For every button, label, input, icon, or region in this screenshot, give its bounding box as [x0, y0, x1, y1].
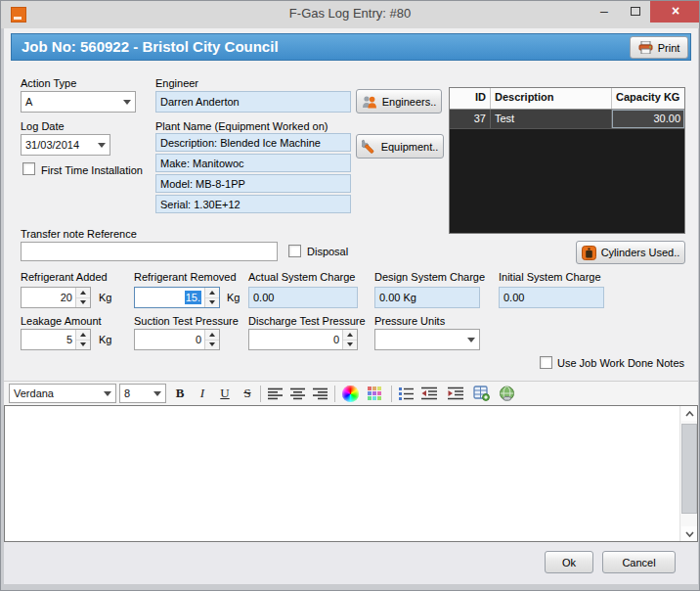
- maximize-button[interactable]: [621, 1, 650, 23]
- color-wheel-icon: [342, 386, 359, 402]
- spin-down-icon[interactable]: [76, 298, 90, 308]
- table-row[interactable]: 37 Test 30.00: [450, 110, 684, 129]
- toolbar-separator: [334, 386, 335, 402]
- cylinders-table[interactable]: ID Description Capacity KG 37 Test 30.00: [449, 87, 685, 234]
- transfer-note-label: Transfer note Reference: [21, 228, 137, 240]
- log-date-picker[interactable]: 31/03/2014: [21, 134, 110, 156]
- insert-table-button[interactable]: [470, 384, 492, 403]
- job-title: Job No: 560922 - Bristol City Council: [22, 38, 279, 55]
- chevron-down-icon[interactable]: [119, 100, 135, 105]
- col-id[interactable]: ID: [450, 88, 491, 109]
- scrollbar-thumb[interactable]: [681, 424, 697, 514]
- cancel-button[interactable]: Cancel: [602, 551, 676, 573]
- spin-up-icon[interactable]: [205, 288, 219, 298]
- design-system-charge-label: Design System Charge: [374, 271, 485, 283]
- refrigerant-removed-spinner[interactable]: 15.: [134, 287, 220, 308]
- pressure-units-label: Pressure Units: [374, 315, 445, 327]
- refrigerant-added-unit: Kg: [99, 292, 111, 303]
- print-label: Print: [658, 42, 680, 54]
- bold-button[interactable]: B: [169, 384, 191, 403]
- highlight-color-button[interactable]: [364, 384, 385, 403]
- plant-model-value: Model: MB-8-1PP: [160, 178, 245, 190]
- scroll-down-button[interactable]: [681, 526, 697, 541]
- indent-increase-button[interactable]: [445, 384, 466, 403]
- chevron-down-icon[interactable]: [463, 338, 479, 342]
- app-icon: [11, 7, 26, 23]
- cylinders-used-button[interactable]: Cylinders Used..: [576, 241, 685, 264]
- italic-button[interactable]: I: [192, 384, 213, 403]
- font-family-select[interactable]: Verdana: [9, 384, 116, 403]
- title-bar[interactable]: F-Gas Log Entry: #80 – ×: [1, 1, 699, 28]
- chevron-down-icon[interactable]: [150, 391, 165, 396]
- align-right-button[interactable]: [310, 384, 331, 403]
- engineer-field[interactable]: Darren Anderton: [155, 91, 351, 113]
- scroll-up-button[interactable]: [681, 406, 697, 421]
- transfer-note-input[interactable]: [21, 242, 278, 261]
- chevron-down-icon[interactable]: [100, 391, 115, 396]
- equipment-button-label: Equipment..: [381, 141, 439, 153]
- cell-capacity: 30.00: [612, 110, 684, 128]
- leakage-amount-spinner[interactable]: 5: [21, 329, 91, 350]
- spin-up-icon[interactable]: [343, 330, 357, 341]
- suction-test-pressure-label: Suction Test Pressure: [134, 315, 239, 327]
- notes-editor[interactable]: [4, 405, 698, 542]
- chevron-down-icon[interactable]: [94, 143, 109, 148]
- first-time-installation-checkbox[interactable]: [22, 162, 35, 175]
- insert-link-button[interactable]: [496, 384, 517, 403]
- spin-down-icon[interactable]: [76, 341, 90, 350]
- underline-button[interactable]: U: [214, 384, 236, 403]
- minimize-button[interactable]: –: [590, 1, 619, 23]
- font-color-button[interactable]: [339, 384, 361, 403]
- pressure-units-select[interactable]: [374, 329, 480, 350]
- cancel-label: Cancel: [622, 557, 655, 568]
- spin-down-icon[interactable]: [205, 298, 219, 308]
- suction-test-pressure-spinner[interactable]: 0: [134, 329, 220, 350]
- plant-make-value: Make: Manitowoc: [160, 158, 244, 169]
- strikethrough-button[interactable]: S: [237, 384, 258, 403]
- align-right-icon: [313, 387, 328, 400]
- engineers-button[interactable]: Engineers..: [356, 89, 442, 114]
- plant-description-value: Description: Blended Ice Machine: [160, 137, 321, 149]
- spin-up-icon[interactable]: [76, 330, 90, 341]
- design-system-charge-field: 0.00 Kg: [374, 287, 480, 308]
- print-button[interactable]: Print: [630, 36, 688, 59]
- leakage-amount-value: 5: [22, 330, 75, 349]
- toolbar-separator: [260, 386, 261, 402]
- suction-test-pressure-value: 0: [135, 330, 204, 349]
- indent-decrease-button[interactable]: [418, 384, 440, 403]
- plant-serial-value: Serial: 1.30E+12: [160, 199, 241, 210]
- discharge-test-pressure-spinner[interactable]: 0: [248, 329, 358, 350]
- spin-down-icon[interactable]: [205, 341, 219, 350]
- cell-id: 37: [450, 110, 491, 128]
- ok-button[interactable]: Ok: [545, 551, 593, 573]
- col-description[interactable]: Description: [491, 88, 612, 109]
- chevron-down-icon: [685, 531, 694, 537]
- initial-system-charge-field: 0.00: [499, 287, 604, 308]
- align-left-button[interactable]: [265, 384, 286, 403]
- spin-up-icon[interactable]: [76, 288, 90, 298]
- disposal-checkbox[interactable]: [288, 245, 301, 257]
- col-capacity[interactable]: Capacity KG: [612, 88, 684, 109]
- indent-increase-icon: [448, 386, 464, 400]
- plant-make-field: Make: Manitowoc: [155, 154, 351, 172]
- close-button[interactable]: ×: [650, 1, 700, 23]
- ok-label: Ok: [562, 557, 576, 568]
- refrigerant-removed-label: Refrigerant Removed: [134, 271, 237, 283]
- refrigerant-added-spinner[interactable]: 20: [21, 287, 91, 308]
- fgas-log-entry-dialog: F-Gas Log Entry: #80 – × Job No: 560922 …: [0, 0, 700, 591]
- align-center-button[interactable]: [287, 384, 309, 403]
- color-grid-icon: [367, 386, 382, 401]
- engineers-button-label: Engineers..: [382, 96, 437, 108]
- engineer-label: Engineer: [155, 77, 198, 89]
- action-type-select[interactable]: A: [21, 91, 136, 113]
- font-size-select[interactable]: 8: [119, 384, 166, 403]
- toolbar-separator: [391, 386, 392, 402]
- actual-system-charge-field: 0.00: [248, 287, 358, 308]
- spin-up-icon[interactable]: [205, 330, 219, 341]
- editor-scrollbar[interactable]: [679, 406, 697, 541]
- spin-down-icon[interactable]: [343, 341, 357, 350]
- font-size-value: 8: [120, 387, 150, 399]
- bullet-list-button[interactable]: [395, 384, 416, 403]
- use-job-notes-checkbox[interactable]: [540, 356, 552, 369]
- equipment-button[interactable]: Equipment..: [356, 134, 444, 159]
